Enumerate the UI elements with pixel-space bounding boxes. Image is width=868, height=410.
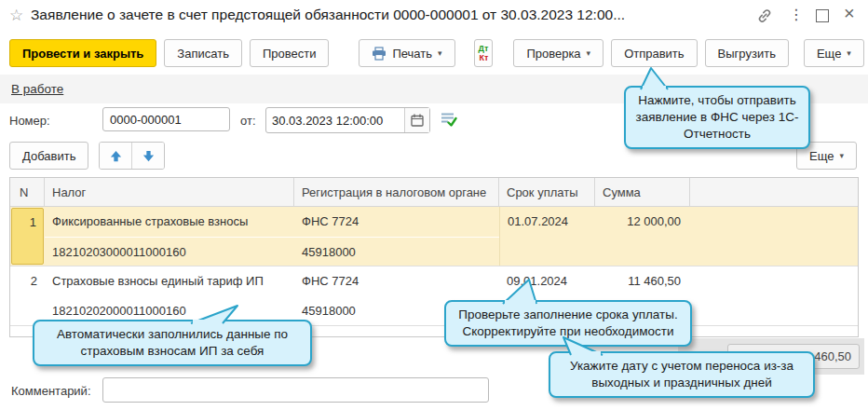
move-down-button[interactable] <box>131 143 164 169</box>
current-cell-highlight: 1 <box>11 208 44 265</box>
cell-amount[interactable]: 12 000,00 <box>595 207 690 266</box>
comment-input[interactable] <box>102 377 489 403</box>
move-up-button[interactable] <box>100 143 131 169</box>
window-menu-icon[interactable]: ⋮ <box>789 5 804 25</box>
header-n[interactable]: N <box>10 178 45 206</box>
tooltip-autofill: Автоматически заполнились данные по стра… <box>33 320 312 366</box>
header-due-date[interactable]: Срок уплаты <box>499 178 595 206</box>
cell-registration[interactable]: ФНС 7724 45918000 <box>294 207 499 266</box>
tooltip-tail-icon <box>560 335 616 356</box>
send-button[interactable]: Отправить <box>611 39 697 67</box>
tooltip-tail-icon <box>497 278 544 305</box>
cell-tax[interactable]: Фиксированные страховые взносы 182102030… <box>45 207 294 266</box>
title-bar: ☆ Заявление о зачете в счет предстоящей … <box>0 0 868 32</box>
tooltip-send: Нажмите, чтобы отправить заявление в ФНС… <box>624 86 810 149</box>
favorite-star-icon[interactable]: ☆ <box>9 6 23 25</box>
header-registration[interactable]: Регистрация в налоговом органе <box>294 178 499 206</box>
table-row[interactable]: 1 Фиксированные страховые взносы 1821020… <box>10 207 858 266</box>
document-posted-icon[interactable] <box>440 111 457 128</box>
cell-due-date[interactable]: 01.07.2024 <box>499 207 595 266</box>
tooltip-tail-icon <box>183 304 249 324</box>
toolbar: Провести и закрыть Записать Провести Печ… <box>9 39 859 67</box>
window-title: Заявление о зачете в счет предстоящей об… <box>31 7 625 23</box>
number-label: Номер: <box>9 114 50 128</box>
cell-filler[interactable] <box>690 207 858 266</box>
cell-tax[interactable]: Страховые взносы единый тариф ИП 1821020… <box>45 266 294 325</box>
printer-icon <box>372 47 387 61</box>
print-button[interactable]: Печать ▾ <box>359 39 454 67</box>
arrow-down-icon <box>142 149 156 163</box>
table-row[interactable]: 2 Страховые взносы единый тариф ИП 18210… <box>10 266 858 326</box>
tooltip-tail-icon <box>637 66 674 90</box>
caret-down-icon: ▾ <box>587 48 591 58</box>
caret-down-icon: ▾ <box>847 48 851 58</box>
check-button[interactable]: Проверка ▾ <box>513 39 604 67</box>
arrow-up-icon <box>109 149 123 163</box>
document-window: ☆ Заявление о зачете в счет предстоящей … <box>0 0 868 410</box>
move-row-buttons <box>99 142 165 170</box>
post-and-close-button[interactable]: Провести и закрыть <box>9 39 156 67</box>
header-amount[interactable]: Сумма <box>595 178 690 206</box>
taxes-table: N Налог Регистрация в налоговом органе С… <box>9 177 859 337</box>
calendar-icon[interactable] <box>404 108 429 132</box>
date-input[interactable] <box>266 108 404 132</box>
post-button[interactable]: Провести <box>250 39 330 67</box>
add-row-button[interactable]: Добавить <box>9 142 88 170</box>
status-link[interactable]: В работе <box>11 82 63 96</box>
maximize-icon[interactable] <box>816 9 829 22</box>
caret-down-icon: ▾ <box>438 48 442 58</box>
get-link-icon[interactable] <box>756 7 773 24</box>
upload-button[interactable]: Выгрузить <box>705 39 789 67</box>
tooltip-date-transfer: Укажите дату с учетом переноса из-за вых… <box>549 351 815 398</box>
toolbar-more-button[interactable]: Еще ▾ <box>804 39 864 67</box>
header-filler <box>690 178 858 206</box>
comment-label: Комментарий: <box>11 384 91 398</box>
debit-credit-button[interactable]: Дт Кт <box>474 39 494 67</box>
cell-filler[interactable] <box>690 266 858 325</box>
header-tax[interactable]: Налог <box>45 178 294 206</box>
close-icon[interactable]: × <box>844 3 855 24</box>
cell-row-number[interactable]: 1 <box>10 207 45 266</box>
date-label: от: <box>240 114 256 128</box>
caret-down-icon: ▾ <box>839 151 844 160</box>
date-field <box>265 107 430 133</box>
save-button[interactable]: Записать <box>164 39 242 67</box>
cell-row-number[interactable]: 2 <box>10 266 45 325</box>
table-header-row: N Налог Регистрация в налоговом органе С… <box>10 178 858 207</box>
number-input[interactable] <box>102 107 230 131</box>
